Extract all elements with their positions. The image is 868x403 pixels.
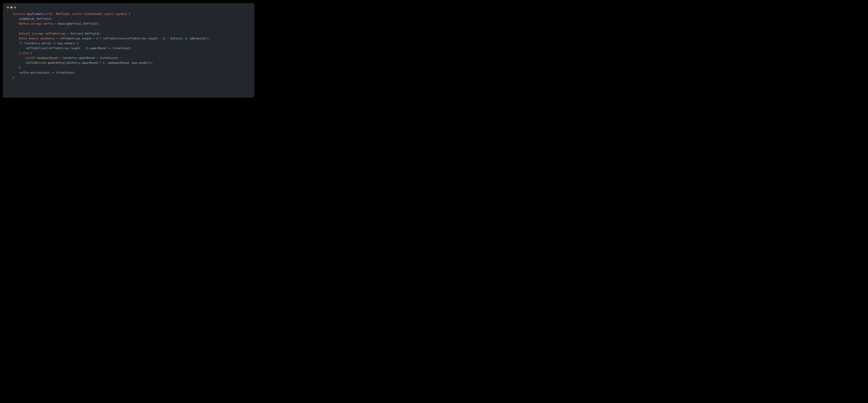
code-token: lastEntry (40, 37, 55, 40)
close-icon[interactable] (7, 6, 9, 8)
window-titlebar (7, 6, 250, 8)
code-token: ( (41, 12, 43, 16)
code-token: (lastEntry.upperBound (64, 61, 100, 64)
code-token: { (129, 12, 130, 16)
code-token: 1 (163, 37, 164, 40)
code-line: raffleEntries.push(Entry(lastEntry.upper… (12, 60, 250, 65)
code-token: Raffle (19, 22, 30, 25)
code-token: storage (30, 22, 43, 25)
code-token: else (22, 52, 30, 55)
code-token: , (69, 12, 72, 16)
code-token: push (48, 61, 55, 64)
code-token: isIdValid (19, 18, 33, 21)
code-token: ] (164, 37, 167, 40)
code-token: newUpperBound (37, 56, 58, 60)
code-block: function buyTicket(uint32 _RaffleId, uin… (7, 12, 250, 80)
code-token (58, 56, 59, 60)
code-token (53, 22, 54, 25)
code-line: raffleEntries[raffleEntries.length - 1].… (12, 46, 250, 51)
code-line: Raffle storage raffle = OnGoingRaffles[_… (12, 21, 250, 26)
maximize-icon[interactable] (14, 6, 16, 8)
code-line: } (12, 65, 250, 70)
code-token: > (93, 37, 95, 40)
code-token: , newUpperBound, msg.sender)); (104, 61, 153, 64)
code-token: raffle.entriesCount (12, 71, 51, 74)
code-token: - (82, 47, 84, 50)
code-line: Entry[] storage raffleEntries = Entries[… (12, 31, 250, 36)
code-token: = (56, 37, 58, 40)
code-token: Entry (56, 61, 64, 64)
code-token: ( (179, 37, 180, 40)
code-token: { (30, 52, 32, 55)
code-token: buyTicket (27, 12, 42, 16)
code-token (98, 37, 100, 40)
code-token (169, 37, 170, 40)
code-token: 1 (85, 47, 87, 50)
code-token: 1 (103, 61, 104, 64)
code-token: += (51, 71, 55, 74)
code-token: ( (55, 61, 56, 64)
code-token: payable (116, 12, 129, 16)
code-token: 0 (203, 37, 205, 40)
code-token: = (67, 32, 69, 35)
code-token: ticketCount (84, 12, 101, 16)
code-token: + (96, 56, 98, 60)
code-line: raffle.entriesCount += ticketCount; (12, 70, 250, 75)
code-line (12, 26, 250, 31)
code-token: + (100, 61, 101, 64)
code-line: } (12, 75, 250, 80)
code-token: memory (29, 37, 40, 40)
code-token: - (159, 37, 161, 40)
minimize-icon[interactable] (10, 6, 12, 8)
code-token: uint32 (72, 12, 84, 16)
code-token: storage (32, 32, 45, 35)
code-token (66, 32, 67, 35)
code-token: (_RaffleId); (33, 18, 53, 21)
code-token: } (12, 66, 21, 69)
code-token (12, 56, 25, 60)
code-token: raffleEntries. (12, 61, 48, 64)
code-token: lastEntry.upperBound (61, 56, 96, 60)
code-token (12, 37, 19, 40)
code-token: , (187, 37, 190, 40)
code-token: if (19, 42, 24, 45)
code-token: raffleEntries[raffleEntries.length (101, 37, 159, 40)
code-token: function (12, 12, 27, 16)
code-token (12, 22, 19, 25)
code-token: raffleEntries[raffleEntries.length (12, 47, 82, 50)
code-token: = (59, 56, 61, 60)
code-token: ].upperBound (87, 47, 108, 50)
code-line: function buyTicket(uint32 _RaffleId, uin… (12, 12, 250, 17)
code-token: ? (100, 37, 101, 40)
code-line: isIdValid(_RaffleId); (12, 17, 250, 21)
code-line: uint32 newUpperBound = lastEntry.upperBo… (12, 56, 250, 60)
code-token: } (12, 52, 22, 55)
code-token: ticketCount; (111, 47, 132, 50)
code-token: 0 (185, 37, 187, 40)
code-token: 0 (180, 37, 182, 40)
code-token: ) (101, 12, 104, 16)
code-window: function buyTicket(uint32 _RaffleId, uin… (3, 3, 254, 97)
code-token (12, 42, 19, 45)
code-token (101, 61, 103, 64)
code-token: msg.sender) { (56, 42, 79, 45)
code-token: Entry (170, 37, 179, 40)
code-token: ( (202, 37, 203, 40)
code-token: ticketCount; (98, 56, 119, 60)
code-token: = (55, 22, 56, 25)
code-token: raffleEntries (45, 32, 66, 35)
code-token (84, 47, 85, 50)
code-token: ticketCount; (55, 71, 75, 74)
code-line: if (lastEntry.wallet == msg.sender) { (12, 41, 250, 46)
code-token (55, 37, 56, 40)
code-token (12, 32, 19, 35)
code-token: )); (205, 37, 209, 40)
code-token: [] (27, 32, 32, 35)
code-line: Entry memory lastEntry = raffleEntries.l… (12, 36, 250, 41)
code-token: raffle (43, 22, 53, 25)
code-token: Entry (19, 37, 29, 40)
code-token (12, 18, 19, 21)
code-token: (lastEntry.wallet (24, 42, 53, 45)
code-token: 0 (96, 37, 98, 40)
code-token: address (190, 37, 202, 40)
